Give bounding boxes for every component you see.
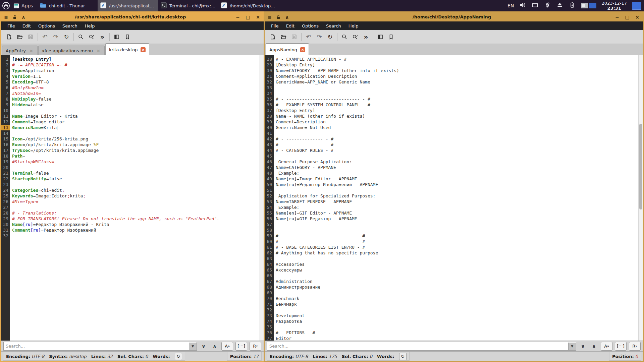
word-count-refresh-button[interactable]: ↻ <box>175 353 182 360</box>
tab-bar: AppEntry×xfce-applications.menu×krita.de… <box>1 44 264 55</box>
undo-button[interactable]: ↶ <box>40 32 50 42</box>
clipboard-icon[interactable] <box>544 1 551 10</box>
code-line: Аксессуары <box>276 267 638 273</box>
workspace-2[interactable] <box>589 3 596 8</box>
new-file-button[interactable] <box>267 32 278 42</box>
search-button[interactable] <box>75 32 86 42</box>
titlebar[interactable]: ≡ ∧ /home/chi/Desktop/AppsNaming − □ × <box>265 12 643 21</box>
workspace-1[interactable] <box>581 3 588 8</box>
battery-icon[interactable] <box>569 1 576 10</box>
side-pane-button[interactable] <box>111 32 122 42</box>
tab-xfce-applications-menu[interactable]: xfce-applications.menu× <box>38 46 105 55</box>
jump-button[interactable]: » <box>97 32 108 42</box>
shade-icon[interactable]: ∧ <box>283 14 291 20</box>
tab-close-icon[interactable]: × <box>141 47 146 52</box>
menu-help[interactable]: Help <box>345 21 362 30</box>
match-case-toggle[interactable]: Aa <box>601 342 612 351</box>
search-button[interactable] <box>339 32 350 42</box>
save-button[interactable] <box>25 32 36 42</box>
apps-menu-button[interactable]: Apps <box>12 0 37 11</box>
show-desktop-button[interactable] <box>632 2 641 10</box>
new-file-button[interactable] <box>4 32 14 42</box>
code-line <box>276 85 638 90</box>
minimize-button[interactable]: − <box>233 14 242 20</box>
maximize-button[interactable]: □ <box>623 14 632 20</box>
code-area[interactable]: [Desktop Entry]# -= APPLICATION =- #Type… <box>10 55 259 341</box>
menu-edit[interactable]: Edit <box>282 21 298 30</box>
tab-appsnaming[interactable]: AppsNaming× <box>266 43 309 55</box>
keyboard-layout-indicator[interactable]: EN <box>507 3 514 8</box>
menu-file[interactable]: File <box>4 21 19 30</box>
window-menu-icon[interactable]: ≡ <box>2 14 10 20</box>
menu-options[interactable]: Options <box>298 21 322 30</box>
tab-appentry[interactable]: AppEntry× <box>2 46 38 55</box>
eject-icon[interactable] <box>556 1 564 10</box>
menu-file[interactable]: File <box>267 21 282 30</box>
search-prev-button[interactable]: ∧ <box>210 343 219 349</box>
search-field[interactable]: ▼ <box>267 342 576 351</box>
menu-search[interactable]: Search <box>322 21 345 30</box>
task-button-usr-share-applicatio[interactable]: /usr/share/applicatio... <box>98 0 158 11</box>
tab-close-icon[interactable]: × <box>96 48 101 53</box>
search-next-button[interactable]: ∨ <box>199 343 208 349</box>
bookmark-button[interactable] <box>386 32 396 42</box>
close-button[interactable]: × <box>254 14 262 20</box>
network-icon[interactable] <box>531 1 539 10</box>
search-input[interactable] <box>267 344 568 349</box>
window-menu-icon[interactable]: ≡ <box>266 14 273 20</box>
reload-button[interactable]: ↻ <box>61 32 72 42</box>
task-button-chi-edit-thunar[interactable]: chi-edit - Thunar <box>37 0 98 11</box>
vertical-scrollbar[interactable] <box>638 55 643 341</box>
search-input[interactable] <box>4 344 189 349</box>
line-number: 18 <box>1 153 10 159</box>
reload-button[interactable]: ↻ <box>325 32 335 42</box>
shade-icon[interactable]: ∧ <box>20 14 27 20</box>
tab-krita-desktop[interactable]: krita.desktop× <box>105 43 150 55</box>
task-button-home-chi-desktop-a[interactable]: /home/chi/Desktop/A... <box>218 0 279 11</box>
side-pane-button[interactable] <box>375 32 386 42</box>
text-editor[interactable]: 2829303132333435363738394041424344454647… <box>265 55 643 341</box>
text-editor[interactable]: 1234567891011121314151617181920212223242… <box>1 55 264 341</box>
bookmark-button[interactable] <box>122 32 133 42</box>
open-file-button[interactable] <box>278 32 289 42</box>
menu-search[interactable]: Search <box>59 21 81 30</box>
code-line <box>12 130 259 136</box>
search-history-dropdown[interactable]: ▼ <box>568 343 576 350</box>
close-button[interactable]: × <box>633 14 642 20</box>
search-next-button[interactable]: ∨ <box>579 343 587 349</box>
search-history-dropdown[interactable]: ▼ <box>189 343 197 350</box>
match-case-toggle[interactable]: Aa <box>221 342 233 351</box>
unlock-icon[interactable] <box>11 14 18 20</box>
menu-edit[interactable]: Edit <box>19 21 35 30</box>
regex-toggle[interactable]: Rx <box>629 342 641 351</box>
vertical-scrollbar[interactable] <box>259 55 264 341</box>
minimize-button[interactable]: − <box>613 14 622 20</box>
search-field[interactable]: ▼ <box>3 342 197 351</box>
volume-icon[interactable] <box>519 1 526 10</box>
whole-word-toggle[interactable]: [···] <box>235 342 247 351</box>
titlebar[interactable]: ≡ ∧ /usr/share/applications/chi-edit/kri… <box>1 12 264 21</box>
find-replace-button[interactable] <box>86 32 97 42</box>
regex-toggle[interactable]: Rx <box>250 342 261 351</box>
find-replace-button[interactable] <box>350 32 361 42</box>
search-prev-button[interactable]: ∧ <box>590 343 598 349</box>
open-file-button[interactable] <box>14 32 25 42</box>
task-button-terminal-chi-mx[interactable]: Terminal - chi@mx: ~... <box>158 0 218 11</box>
unlock-icon[interactable] <box>275 14 282 20</box>
tab-close-icon[interactable]: × <box>29 48 34 53</box>
code-area[interactable]: # - EXAMPLE APPLICATION - #[Desktop Entr… <box>274 55 638 341</box>
menu-help[interactable]: Help <box>81 21 99 30</box>
menu-options[interactable]: Options <box>35 21 59 30</box>
mx-logo-button[interactable] <box>0 0 12 11</box>
maximize-button[interactable]: □ <box>244 14 252 20</box>
clock[interactable]: 2023-12-17 23:31 <box>601 1 627 11</box>
undo-button[interactable]: ↶ <box>303 32 314 42</box>
word-count-refresh-button[interactable]: ↻ <box>399 353 407 360</box>
scrollbar-thumb[interactable] <box>639 124 642 209</box>
tab-close-icon[interactable]: × <box>300 47 305 52</box>
redo-button[interactable]: ↷ <box>314 32 325 42</box>
save-button[interactable] <box>289 32 300 42</box>
redo-button[interactable]: ↷ <box>50 32 61 42</box>
jump-button[interactable]: » <box>361 32 371 42</box>
whole-word-toggle[interactable]: [···] <box>615 342 627 351</box>
